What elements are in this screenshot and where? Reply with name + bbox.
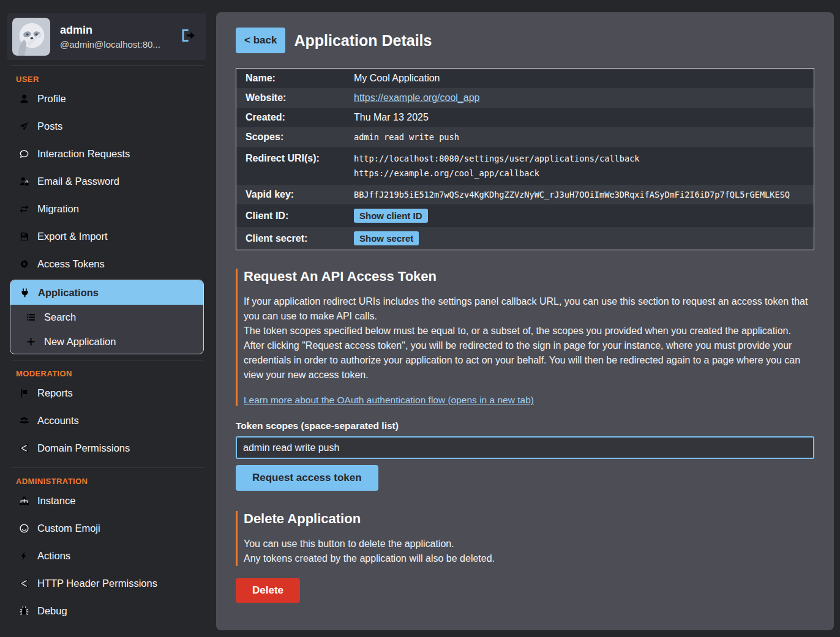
- sidebar-item-migration[interactable]: Migration: [7, 195, 206, 223]
- bug-icon: [18, 606, 29, 617]
- sidebar-item-label: Posts: [37, 121, 62, 132]
- user-handle: @admin@localhost:80...: [60, 39, 179, 50]
- logout-button[interactable]: [179, 28, 198, 46]
- plus-icon: [25, 336, 36, 347]
- sidebar-item-applications-search[interactable]: Search: [10, 305, 203, 329]
- oauth-docs-link[interactable]: Learn more about the OAuth authenticatio…: [244, 395, 534, 406]
- application-details-table: Name: My Cool Application Website: https…: [236, 68, 814, 250]
- token-scopes-label: Token scopes (space-separated list): [236, 420, 816, 431]
- sign-out-icon: [179, 28, 195, 43]
- delete-section-heading: Delete Application: [244, 511, 816, 527]
- sidebar-item-debug[interactable]: Debug: [7, 597, 206, 625]
- sidebar-item-posts[interactable]: Posts: [7, 113, 206, 140]
- main-panel: < back Application Details Name: My Cool…: [216, 12, 834, 630]
- share-nodes-icon: [18, 443, 29, 454]
- table-row-client-id: Client ID: Show client ID: [236, 204, 814, 227]
- user-card[interactable]: admin @admin@localhost:80...: [7, 13, 206, 60]
- token-scopes-input[interactable]: [236, 436, 814, 459]
- token-section-paragraph: After clicking "Request access token", y…: [244, 338, 816, 382]
- comment-dots-icon: [18, 149, 29, 160]
- sidebar-item-applications[interactable]: Applications: [10, 280, 203, 305]
- row-value: admin read write push: [354, 132, 459, 142]
- show-client-id-button[interactable]: Show client ID: [354, 209, 428, 223]
- sidebar-item-label: Search: [44, 311, 76, 323]
- sitemap-icon: [18, 496, 29, 507]
- sidebar-item-label: Interaction Requests: [37, 148, 130, 160]
- row-label: Website:: [246, 92, 354, 103]
- sidebar-item-label: Access Tokens: [37, 258, 105, 270]
- flag-icon: [18, 388, 29, 399]
- sidebar-item-label: Migration: [37, 203, 79, 215]
- sidebar-item-label: Debug: [37, 605, 67, 617]
- redirect-uri-2: https://example.org/cool_app/callback: [354, 166, 640, 181]
- category-moderation: MODERATION: [16, 369, 206, 378]
- paper-plane-icon: [18, 121, 29, 132]
- sidebar-item-actions[interactable]: Actions: [7, 542, 206, 570]
- page-title: Application Details: [294, 32, 432, 50]
- sidebar-item-label: Applications: [38, 287, 99, 299]
- delete-section-docs: Delete Application You can use this butt…: [236, 511, 816, 566]
- certificate-icon: [18, 259, 29, 270]
- category-user: USER: [16, 75, 206, 84]
- list-icon: [25, 311, 36, 322]
- sidebar-item-label: Accounts: [37, 415, 79, 427]
- share-nodes-icon: [18, 578, 29, 589]
- token-section-paragraph: The token scopes specified below must be…: [244, 324, 816, 338]
- applications-group: Applications Search New Application: [10, 280, 204, 354]
- sidebar-item-label: New Application: [44, 336, 116, 348]
- row-label: Client ID:: [246, 210, 354, 222]
- smile-icon: [18, 523, 29, 534]
- sidebar-item-domain-permissions[interactable]: Domain Permissions: [7, 434, 206, 462]
- sidebar: admin @admin@localhost:80... USER Profil…: [0, 0, 211, 637]
- sidebar-item-profile[interactable]: Profile: [7, 85, 206, 113]
- row-value: BBJffJ219b5iE512m7wQSzv4KgKDhgZZVzNyWC_r…: [354, 190, 790, 199]
- avatar: [12, 18, 50, 56]
- row-label: Vapid key:: [246, 189, 354, 200]
- show-secret-button[interactable]: Show secret: [354, 231, 419, 245]
- table-row-client-secret: Client secret: Show secret: [236, 227, 814, 250]
- sidebar-item-email-password[interactable]: Email & Password: [7, 168, 206, 195]
- row-label: Client secret:: [246, 233, 354, 244]
- delete-application-section: Delete Application You can use this butt…: [236, 511, 816, 603]
- sidebar-item-label: Reports: [37, 387, 73, 399]
- delete-button[interactable]: Delete: [236, 578, 300, 603]
- row-value: Thu Mar 13 2025: [354, 112, 429, 123]
- sidebar-item-label: Domain Permissions: [37, 442, 130, 454]
- row-label: Redirect URI(s):: [246, 151, 354, 166]
- sidebar-item-label: HTTP Header Permissions: [37, 578, 157, 589]
- user-lock-icon: [18, 176, 29, 187]
- table-row-created: Created: Thu Mar 13 2025: [236, 108, 814, 127]
- divider: [11, 65, 204, 66]
- back-button[interactable]: < back: [236, 28, 285, 53]
- user-icon: [18, 94, 29, 105]
- page-header: < back Application Details: [236, 28, 816, 53]
- sidebar-item-accounts[interactable]: Accounts: [7, 407, 206, 434]
- sidebar-item-new-application[interactable]: New Application: [10, 329, 203, 354]
- sidebar-item-custom-emoji[interactable]: Custom Emoji: [7, 515, 206, 542]
- table-row-scopes: Scopes: admin read write push: [236, 127, 814, 147]
- exchange-icon: [18, 204, 29, 215]
- plug-icon: [19, 287, 30, 298]
- sidebar-item-interaction-requests[interactable]: Interaction Requests: [7, 140, 206, 168]
- request-token-section: Request An API Access Token If your appl…: [236, 269, 816, 491]
- sidebar-item-label: Profile: [37, 93, 66, 105]
- sidebar-item-reports[interactable]: Reports: [7, 379, 206, 407]
- sidebar-item-label: Actions: [37, 550, 70, 562]
- table-row-website: Website: https://example.org/cool_app: [236, 88, 814, 108]
- divider: [11, 468, 204, 468]
- request-access-token-button[interactable]: Request access token: [236, 465, 378, 491]
- sidebar-item-export-import[interactable]: Export & Import: [7, 223, 206, 250]
- main-wrap: < back Application Details Name: My Cool…: [211, 0, 840, 637]
- sidebar-item-http-header-permissions[interactable]: HTTP Header Permissions: [7, 570, 206, 597]
- sidebar-item-access-tokens[interactable]: Access Tokens: [7, 250, 206, 278]
- redirect-uri-1: http://localhost:8080/settings/user/appl…: [354, 151, 640, 166]
- sidebar-item-label: Custom Emoji: [37, 523, 100, 534]
- website-link[interactable]: https://example.org/cool_app: [354, 92, 479, 103]
- row-label: Created:: [246, 112, 354, 123]
- category-administration: ADMINISTRATION: [16, 477, 206, 486]
- delete-section-line: Any tokens created by the application wi…: [244, 551, 816, 566]
- token-section-paragraph: If your application redirect URIs includ…: [244, 294, 816, 324]
- bolt-icon: [18, 551, 29, 562]
- sidebar-item-instance[interactable]: Instance: [7, 487, 206, 515]
- users-icon: [18, 415, 29, 427]
